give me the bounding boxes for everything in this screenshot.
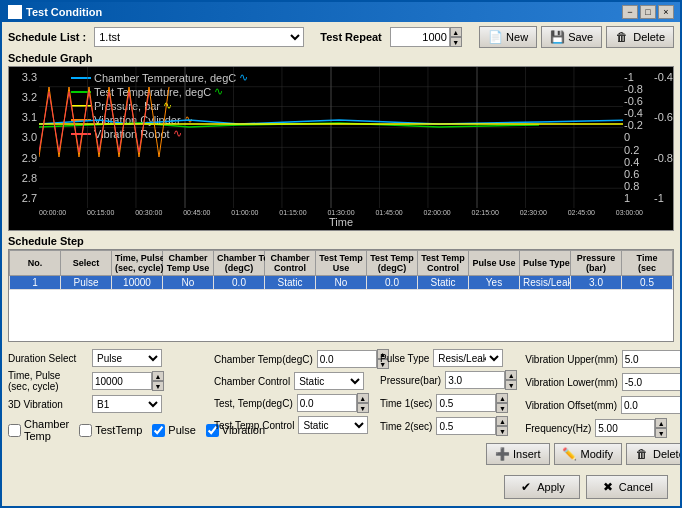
time-pulse-spin[interactable]: ▲ ▼ <box>92 371 164 391</box>
pressure-down[interactable]: ▼ <box>505 380 517 390</box>
apply-button[interactable]: ✔ Apply <box>504 475 580 499</box>
cancel-button[interactable]: ✖ Cancel <box>586 475 668 499</box>
pressure-spin-btns: ▲ ▼ <box>505 370 517 390</box>
cell-test-temp: 0.0 <box>367 276 418 290</box>
vib-controls: Vibration Upper(mm) ▲ ▼ Vibration Lower(… <box>525 349 680 438</box>
test-repeat-spinbox[interactable]: ▲ ▼ <box>390 27 462 47</box>
test-temp-input[interactable] <box>297 394 357 412</box>
save-button[interactable]: 💾 Save <box>541 26 602 48</box>
cell-no: 1 <box>10 276 61 290</box>
test-repeat-input[interactable] <box>390 27 450 47</box>
vib-offset-input[interactable] <box>621 396 680 414</box>
checkbox-test-temp[interactable]: TestTemp <box>79 424 142 437</box>
chamber-control-row: Chamber Control Static <box>214 372 374 390</box>
time-pulse-up[interactable]: ▲ <box>152 371 164 381</box>
checkbox-chamber-temp[interactable]: Chamber Temp <box>8 418 69 442</box>
chamber-temp-check[interactable] <box>8 424 21 437</box>
time2-input[interactable] <box>436 417 496 435</box>
schedule-table-wrap[interactable]: No. Select Time, Pulse(sec, cycle) Chamb… <box>8 249 674 342</box>
repeat-spin-up[interactable]: ▲ <box>450 27 462 37</box>
repeat-spin-down[interactable]: ▼ <box>450 37 462 47</box>
time-pulse-down[interactable]: ▼ <box>152 381 164 391</box>
time-pulse-row: Time, Pulse(sec, cycle) ▲ ▼ <box>8 370 208 392</box>
pulse-type-select[interactable]: Resis/Leak <box>433 349 503 367</box>
duration-select[interactable]: Pulse <box>92 349 162 367</box>
checkbox-pulse[interactable]: Pulse <box>152 424 196 437</box>
vib-offset-row: Vibration Offset(mm) ▲ ▼ <box>525 395 680 415</box>
schedule-list-label: Schedule List : <box>8 31 86 43</box>
pressure-spin[interactable]: ▲ ▼ <box>445 370 517 390</box>
graph-section: Schedule Graph 3.3 3.2 3.1 3.0 2.9 2.8 2… <box>8 52 674 231</box>
window-title: Test Condition <box>26 6 102 18</box>
frequency-label: Frequency(Hz) <box>525 423 591 434</box>
row-delete-button[interactable]: 🗑 Delete <box>626 443 680 465</box>
title-bar-left: ⚙ Test Condition <box>8 5 102 19</box>
vibration-3d-label: 3D Vibration <box>8 399 88 410</box>
frequency-up[interactable]: ▲ <box>655 418 667 428</box>
time1-input[interactable] <box>436 394 496 412</box>
repeat-spin-buttons: ▲ ▼ <box>450 27 462 47</box>
test-temp-down[interactable]: ▼ <box>357 403 369 413</box>
time2-spin[interactable]: ▲ ▼ <box>436 416 508 436</box>
delete-button[interactable]: 🗑 Delete <box>606 26 674 48</box>
cell-chamber-temp: 0.0 <box>214 276 265 290</box>
minimize-button[interactable]: − <box>622 5 638 19</box>
chamber-temp-input[interactable] <box>317 350 377 368</box>
pulse-check[interactable] <box>152 424 165 437</box>
vib-lower-label: Vibration Lower(mm) <box>525 377 618 388</box>
cell-chamber-control: Static <box>265 276 316 290</box>
close-button[interactable]: × <box>658 5 674 19</box>
time2-up[interactable]: ▲ <box>496 416 508 426</box>
col-select: Select <box>61 251 112 276</box>
vibration-3d-select[interactable]: B1 <box>92 395 162 413</box>
test-temp-check[interactable] <box>79 424 92 437</box>
col-time: Time(sec <box>622 251 673 276</box>
insert-label: Insert <box>513 448 541 460</box>
time2-down[interactable]: ▼ <box>496 426 508 436</box>
chamber-temp-spin[interactable]: ▲ ▼ <box>317 349 389 369</box>
save-icon: 💾 <box>550 30 564 44</box>
table-row[interactable]: 1 Pulse 10000 No 0.0 Static No 0.0 Stati… <box>10 276 673 290</box>
test-temp-control-select[interactable]: Static <box>298 416 368 434</box>
pressure-up[interactable]: ▲ <box>505 370 517 380</box>
vib-upper-spin[interactable]: ▲ ▼ <box>622 349 680 369</box>
vib-offset-spin[interactable]: ▲ ▼ <box>621 395 680 415</box>
test-temp-row: Test, Temp(degC) ▲ ▼ <box>214 393 374 413</box>
time1-up[interactable]: ▲ <box>496 393 508 403</box>
cell-test-temp-use: No <box>316 276 367 290</box>
frequency-input[interactable] <box>595 419 655 437</box>
pulse-type-row: Pulse Type Resis/Leak <box>380 349 517 367</box>
frequency-spin[interactable]: ▲ ▼ <box>595 418 667 438</box>
frequency-down[interactable]: ▼ <box>655 428 667 438</box>
cell-test-temp-control: Static <box>418 276 469 290</box>
row-delete-label: Delete <box>653 448 680 460</box>
main-content: Schedule List : 1.tst Test Repeat ▲ ▼ 📄 … <box>2 22 680 506</box>
new-button[interactable]: 📄 New <box>479 26 537 48</box>
insert-button[interactable]: ➕ Insert <box>486 443 550 465</box>
test-temp-spin[interactable]: ▲ ▼ <box>297 393 369 413</box>
schedule-table: No. Select Time, Pulse(sec, cycle) Chamb… <box>9 250 673 290</box>
controls-left: Duration Select Pulse Time, Pulse(sec, c… <box>8 349 208 465</box>
title-controls: − □ × <box>622 5 674 19</box>
modify-label: Modify <box>581 448 613 460</box>
schedule-list-select[interactable]: 1.tst <box>94 27 304 47</box>
pressure-input[interactable] <box>445 371 505 389</box>
schedule-step-title: Schedule Step <box>8 235 674 247</box>
vib-upper-row: Vibration Upper(mm) ▲ ▼ <box>525 349 680 369</box>
time1-spin[interactable]: ▲ ▼ <box>436 393 508 413</box>
col-pressure: Pressure(bar) <box>571 251 622 276</box>
pressure-field-label: Pressure(bar) <box>380 375 441 386</box>
chamber-temp-check-label: Chamber Temp <box>24 418 69 442</box>
vib-lower-input[interactable] <box>622 373 680 391</box>
chamber-control-select[interactable]: Static <box>294 372 364 390</box>
vib-upper-input[interactable] <box>622 350 680 368</box>
bottom-controls: Duration Select Pulse Time, Pulse(sec, c… <box>8 346 674 468</box>
modify-button[interactable]: ✏️ Modify <box>554 443 622 465</box>
vib-lower-spin[interactable]: ▲ ▼ <box>622 372 680 392</box>
maximize-button[interactable]: □ <box>640 5 656 19</box>
time-pulse-input[interactable] <box>92 372 152 390</box>
time1-down[interactable]: ▼ <box>496 403 508 413</box>
delete-label: Delete <box>633 31 665 43</box>
test-temp-up[interactable]: ▲ <box>357 393 369 403</box>
row-delete-icon: 🗑 <box>635 447 649 461</box>
